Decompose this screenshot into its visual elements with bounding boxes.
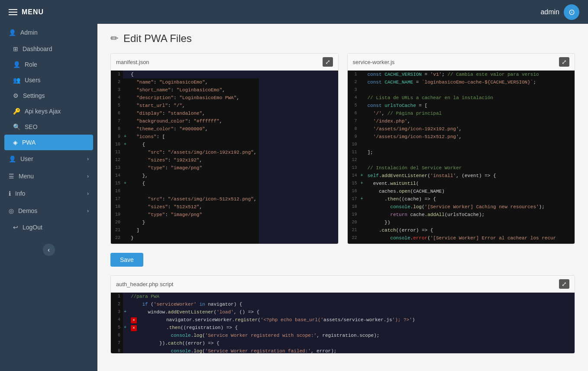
- dashboard-icon: ⊞: [13, 45, 18, 52]
- sidebar-logout-label: LogOut: [23, 224, 42, 231]
- sidebar-users-label: Users: [25, 77, 41, 84]
- auth-editor: auth_header.php script ⤢ 1 //para PWA 2 …: [110, 275, 575, 354]
- api-key-icon: 🔑: [13, 108, 20, 115]
- service-worker-filename: service-worker.js: [353, 59, 395, 65]
- menu-chevron: ›: [87, 173, 89, 179]
- users-icon: 👥: [13, 77, 20, 84]
- sidebar-settings-label: Settings: [23, 92, 45, 99]
- settings-icon: ⚙: [13, 92, 19, 99]
- manifest-editor: manifest.json ⤢ 1 { 2 "name": "Loginbasi…: [110, 53, 339, 244]
- sidebar-collapse-button[interactable]: ‹: [43, 244, 55, 256]
- save-button[interactable]: Save: [110, 253, 143, 267]
- admin-icon: 👤: [9, 29, 16, 36]
- sidebar: 👤 Admin ⊞ Dashboard 👤 Role 👥 Users ⚙ Set…: [0, 24, 97, 371]
- manifest-filename: manifest.json: [116, 59, 149, 65]
- service-worker-editor: service-worker.js ⤢ 1 const CACHE_VERSIO…: [347, 53, 575, 244]
- sidebar-admin-label: Admin: [20, 29, 38, 36]
- edit-icon: ✏: [110, 33, 118, 44]
- auth-filename: auth_header.php script: [116, 281, 173, 287]
- topbar: MENU admin ⊙: [0, 0, 588, 24]
- service-worker-expand-button[interactable]: ⤢: [559, 57, 569, 67]
- service-worker-editor-header: service-worker.js ⤢: [348, 54, 575, 71]
- service-worker-code-editor[interactable]: 1 const CACHE_VERSION = 'v1'; // Cambia …: [348, 71, 575, 244]
- sidebar-apikeys-label: Api keys Ajax: [25, 108, 61, 115]
- sidebar-admin-header[interactable]: 👤 Admin: [0, 24, 97, 41]
- error-marker-5: ✕: [131, 325, 137, 331]
- file-editors-row: manifest.json ⤢ 1 { 2 "name": "Loginbasi…: [110, 53, 575, 244]
- sidebar-demos-label: Demos: [18, 207, 37, 214]
- menu-nav-icon: ☰: [9, 173, 14, 180]
- role-icon: 👤: [13, 61, 20, 68]
- topbar-left: MENU: [9, 8, 44, 16]
- page-title-area: ✏ Edit PWA Files: [110, 32, 575, 45]
- sidebar-item-users[interactable]: 👥 Users: [0, 72, 97, 88]
- sidebar-user-section[interactable]: 👤 User ›: [0, 150, 97, 168]
- avatar[interactable]: ⊙: [564, 4, 579, 20]
- auth-expand-button[interactable]: ⤢: [559, 279, 569, 289]
- admin-label: admin: [540, 8, 559, 16]
- content-area: ✏ Edit PWA Files manifest.json ⤢ 1 { 2 "…: [97, 24, 588, 371]
- sidebar-menu-label: Menu: [19, 173, 34, 180]
- sidebar-item-logout[interactable]: ↩ LogOut: [0, 219, 97, 235]
- main-layout: 👤 Admin ⊞ Dashboard 👤 Role 👥 Users ⚙ Set…: [0, 24, 588, 371]
- sidebar-pwa-label: PWA: [22, 139, 36, 146]
- sidebar-user-label: User: [20, 155, 33, 162]
- logout-icon: ↩: [13, 224, 18, 231]
- sidebar-item-dashboard[interactable]: ⊞ Dashboard: [0, 41, 97, 57]
- sidebar-demos-section[interactable]: ◎ Demos ›: [0, 202, 97, 219]
- pwa-icon: ◈: [13, 139, 18, 146]
- auth-editor-header: auth_header.php script ⤢: [111, 276, 575, 293]
- seo-icon: 🔍: [13, 123, 20, 130]
- manifest-expand-button[interactable]: ⤢: [323, 57, 333, 67]
- demos-chevron: ›: [87, 208, 89, 214]
- sidebar-item-pwa[interactable]: ◈ PWA: [4, 135, 93, 150]
- sidebar-item-settings[interactable]: ⚙ Settings: [0, 88, 97, 103]
- sidebar-item-api-keys[interactable]: 🔑 Api keys Ajax: [0, 103, 97, 119]
- sidebar-dashboard-label: Dashboard: [23, 45, 52, 52]
- info-chevron: ›: [87, 190, 89, 197]
- user-icon: 👤: [9, 155, 16, 162]
- error-marker-4: ✕: [131, 317, 137, 323]
- save-section: Save: [110, 253, 575, 267]
- menu-label: MENU: [22, 8, 44, 16]
- user-chevron: ›: [87, 156, 89, 162]
- topbar-right: admin ⊙: [540, 4, 579, 20]
- sidebar-menu-section[interactable]: ☰ Menu ›: [0, 168, 97, 185]
- sidebar-info-label: Info: [15, 190, 25, 197]
- sidebar-role-label: Role: [25, 61, 37, 68]
- sidebar-seo-label: SEO: [25, 123, 38, 130]
- manifest-editor-header: manifest.json ⤢: [111, 54, 338, 71]
- page-title: Edit PWA Files: [123, 32, 192, 45]
- auth-code-editor[interactable]: 1 //para PWA 2 if ('serviceWorker' in na…: [111, 293, 575, 353]
- manifest-code-editor[interactable]: 1 { 2 "name": "LoginbasicoEmo", 3 "short…: [111, 71, 338, 244]
- demos-icon: ◎: [9, 207, 14, 214]
- sidebar-info-section[interactable]: ℹ Info ›: [0, 185, 97, 202]
- info-icon: ℹ: [9, 190, 11, 197]
- sidebar-item-seo[interactable]: 🔍 SEO: [0, 119, 97, 135]
- menu-icon[interactable]: [9, 9, 17, 15]
- sidebar-item-role[interactable]: 👤 Role: [0, 57, 97, 72]
